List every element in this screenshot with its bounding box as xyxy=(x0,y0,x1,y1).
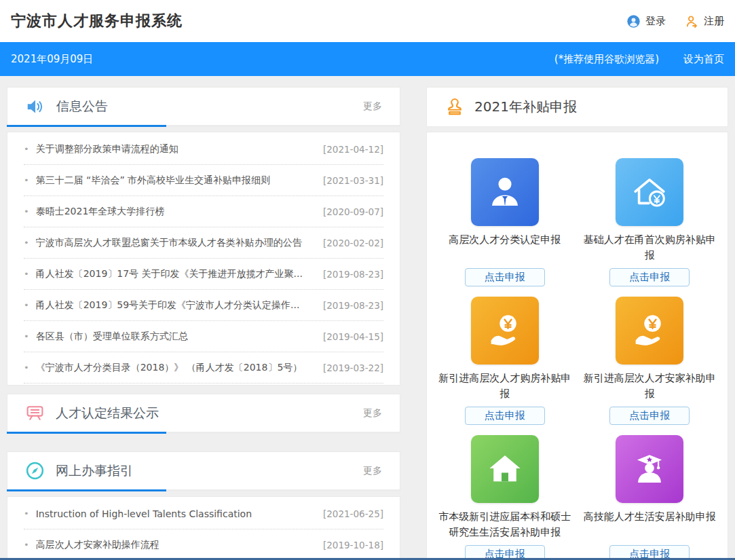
register-button[interactable]: 注册 xyxy=(685,14,724,29)
announcement-text: 宁波市高层次人才联盟总窗关于市本级人才各类补贴办理的公告 xyxy=(36,237,315,249)
card-label: 高技能人才生活安居补助申报 xyxy=(584,509,716,542)
announcement-item[interactable]: • 甬人社发〔2019〕59号关于印发《宁波市人才分类认定操作... [2019… xyxy=(24,290,383,321)
card-first-home-subsidy: 基础人才在甬首次购房补贴申报 点击申报 xyxy=(578,158,723,286)
stamp-icon xyxy=(445,97,465,117)
bullet-icon: • xyxy=(24,144,29,154)
announcements-more-link[interactable]: 更多 xyxy=(363,100,382,113)
guide-item[interactable]: • 高层次人才安家补助操作流程 [2019-10-18] xyxy=(24,529,383,560)
announcement-date: [2020-02-02] xyxy=(323,238,383,248)
current-date: 2021年09月09日 xyxy=(11,53,93,66)
card-label: 新引进高层次人才安家补助申报 xyxy=(579,371,720,403)
announcement-item[interactable]: • 泰晤士2021年全球大学排行榜 [2020-09-07] xyxy=(24,196,383,227)
card-skilled-talent-subsidy: 高技能人才生活安居补助申报 点击申报 xyxy=(578,435,723,560)
topbar-right: (*推荐使用谷歌浏览器) 设为首页 xyxy=(554,53,724,66)
guide-date: [2019-10-18] xyxy=(323,540,383,550)
bullet-icon: • xyxy=(24,269,29,279)
bullet-icon: • xyxy=(24,331,29,341)
announcement-item[interactable]: • 《宁波市人才分类目录（2018）》 （甬人才发〔2018〕5号） [2019… xyxy=(24,352,383,384)
set-homepage-link[interactable]: 设为首页 xyxy=(683,53,724,66)
announcements-title: 信息公告 xyxy=(56,98,363,115)
compass-icon xyxy=(25,461,45,481)
speaker-icon xyxy=(25,96,45,117)
right-column: 2021年补贴申报 高层次人才分类认定申报 点击申报 xyxy=(426,87,728,560)
card-home-purchase-subsidy: 新引进高层次人才购房补贴申报 点击申报 xyxy=(432,297,578,425)
card-label: 新引进高层次人才购房补贴申报 xyxy=(434,371,576,403)
hand-coin-icon[interactable] xyxy=(471,297,539,365)
accent-underline xyxy=(7,432,166,434)
announcement-item[interactable]: • 各区县（市）受理单位联系方式汇总 [2019-04-15] xyxy=(24,321,383,352)
apply-button[interactable]: 点击申报 xyxy=(465,407,545,425)
login-button[interactable]: 登录 xyxy=(626,14,666,29)
site-header: 宁波市人才服务申报系统 登录 xyxy=(0,0,735,42)
announcement-text: 第三十二届 “毕洽会” 市外高校毕业生交通补贴申报细则 xyxy=(36,174,315,187)
announcement-text: 甬人社发〔2019〕59号关于印发《宁波市人才分类认定操作... xyxy=(36,299,315,312)
user-circle-icon xyxy=(626,14,641,29)
accent-underline xyxy=(7,489,166,491)
bullet-icon: • xyxy=(24,362,29,373)
house-yen-icon[interactable] xyxy=(616,158,683,226)
auth-links: 登录 注册 xyxy=(626,14,724,29)
bullet-icon: • xyxy=(24,300,29,310)
announcement-text: 泰晤士2021年全球大学排行榜 xyxy=(36,206,315,218)
results-panel-header: 人才认定结果公示 更多 xyxy=(7,394,400,434)
accent-underline xyxy=(7,125,166,127)
card-graduate-living-subsidy: 市本级新引进应届本科和硕士研究生生活安居补助申报 点击申报 xyxy=(432,435,578,560)
announcement-date: [2019-08-23] xyxy=(323,300,383,311)
left-column: 信息公告 更多 • 关于调整部分政策申请流程的通知 [2021-04-12] •… xyxy=(7,87,400,560)
topbar: 2021年09月09日 (*推荐使用谷歌浏览器) 设为首页 xyxy=(0,42,735,76)
bullet-icon: • xyxy=(24,175,29,185)
card-label: 高层次人才分类认定申报 xyxy=(449,232,561,265)
page: 宁波市人才服务申报系统 登录 xyxy=(0,0,735,560)
announcement-text: 《宁波市人才分类目录（2018）》 （甬人才发〔2018〕5号） xyxy=(36,362,315,374)
announcement-text: 关于调整部分政策申请流程的通知 xyxy=(36,143,315,155)
announcement-date: [2019-04-15] xyxy=(323,331,383,342)
guide-date: [2021-06-25] xyxy=(323,508,383,519)
announcement-date: [2021-03-31] xyxy=(323,175,383,186)
card-label: 基础人才在甬首次购房补贴申报 xyxy=(579,232,720,265)
announcement-item[interactable]: • 关于调整部分政策申请流程的通知 [2021-04-12] xyxy=(24,134,383,165)
notice-board-icon xyxy=(25,403,45,423)
apply-button[interactable]: 点击申报 xyxy=(609,268,690,286)
bullet-icon: • xyxy=(24,508,29,519)
guide-item[interactable]: • Instruction of High-level Talents Clas… xyxy=(24,498,383,529)
apply-panel-header: 2021年补贴申报 xyxy=(426,87,728,127)
results-more-link[interactable]: 更多 xyxy=(363,407,382,419)
guide-more-link[interactable]: 更多 xyxy=(363,465,382,477)
apply-button[interactable]: 点击申报 xyxy=(465,268,545,286)
announcement-date: [2019-08-23] xyxy=(323,269,383,280)
browser-tip: (*推荐使用谷歌浏览器) xyxy=(554,53,659,66)
graduate-icon[interactable] xyxy=(616,435,683,503)
guide-title: 网上办事指引 xyxy=(56,462,363,480)
hand-coin-icon[interactable] xyxy=(616,297,683,365)
house-icon[interactable] xyxy=(471,435,539,503)
card-talent-classification: 高层次人才分类认定申报 点击申报 xyxy=(432,158,578,286)
bullet-icon: • xyxy=(24,540,29,550)
bullet-icon: • xyxy=(24,238,29,248)
guide-text: Instruction of High-level Talents Classi… xyxy=(36,508,315,519)
announcements-list: • 关于调整部分政策申请流程的通知 [2021-04-12] • 第三十二届 “… xyxy=(7,132,400,386)
user-add-icon xyxy=(685,14,699,29)
announcement-item[interactable]: • 甬人社发〔2019〕17号 关于印发《关于推进开放揽才产业聚... [201… xyxy=(24,259,383,290)
guide-list: • Instruction of High-level Talents Clas… xyxy=(7,496,400,560)
apply-button[interactable]: 点击申报 xyxy=(609,407,690,425)
apply-cards: 高层次人才分类认定申报 点击申报 基础人才在甬首次购房补贴申报 点击 xyxy=(426,132,728,560)
businessman-icon[interactable] xyxy=(471,158,539,226)
announcement-text: 各区县（市）受理单位联系方式汇总 xyxy=(36,331,315,343)
announcement-date: [2021-04-12] xyxy=(323,144,383,155)
announcement-item[interactable]: • 宁波市高层次人才联盟总窗关于市本级人才各类补贴办理的公告 [2020-02-… xyxy=(24,227,383,259)
announcement-item[interactable]: • 第三十二届 “毕洽会” 市外高校毕业生交通补贴申报细则 [2021-03-3… xyxy=(24,165,383,196)
content: 信息公告 更多 • 关于调整部分政策申请流程的通知 [2021-04-12] •… xyxy=(0,76,735,560)
announcement-text: 甬人社发〔2019〕17号 关于印发《关于推进开放揽才产业聚... xyxy=(36,268,315,280)
announcement-date: [2019-03-22] xyxy=(323,362,383,373)
page-title: 宁波市人才服务申报系统 xyxy=(11,11,183,31)
login-label: 登录 xyxy=(645,15,666,28)
card-label: 市本级新引进应届本科和硕士研究生生活安居补助申报 xyxy=(434,509,576,542)
register-label: 注册 xyxy=(704,15,724,28)
bullet-icon: • xyxy=(24,206,29,217)
guide-text: 高层次人才安家补助操作流程 xyxy=(36,539,315,551)
results-title: 人才认定结果公示 xyxy=(56,405,363,422)
guide-panel-header: 网上办事指引 更多 xyxy=(7,451,400,491)
announcements-panel-header: 信息公告 更多 xyxy=(7,87,400,127)
card-settling-allowance: 新引进高层次人才安家补助申报 点击申报 xyxy=(578,297,723,425)
announcement-date: [2020-09-07] xyxy=(323,206,383,217)
